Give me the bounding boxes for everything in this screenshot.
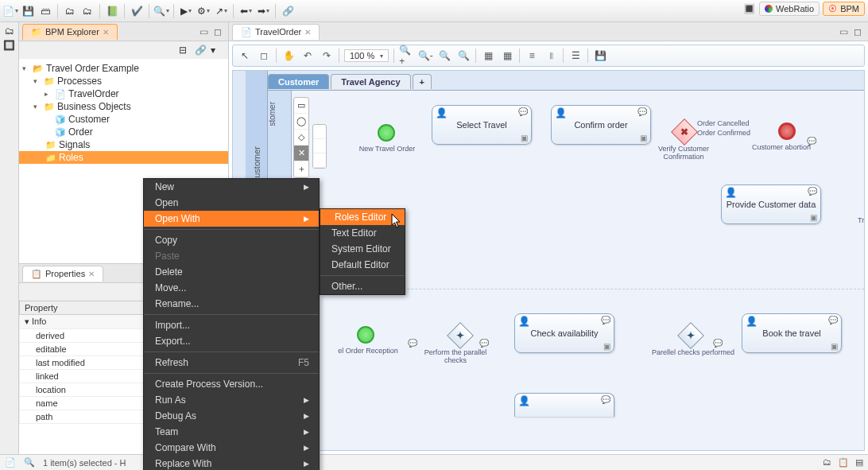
link-editor-icon[interactable]: 🔗 [195, 45, 206, 56]
view-menu-icon[interactable]: ▾ [211, 45, 222, 56]
save-diagram-icon[interactable]: 💾 [593, 49, 607, 63]
tree-processes[interactable]: ▾📁Processes [19, 75, 228, 87]
status-icon-e[interactable]: ▤ [855, 457, 863, 468]
perspective-bpm[interactable]: ⦿BPM [823, 2, 865, 16]
status-icon-c[interactable]: 🗂 [823, 457, 831, 468]
palette-gateway-icon[interactable]: ◇ [294, 130, 308, 146]
tool-a-icon[interactable]: 🗂 [63, 4, 77, 18]
palette-close-icon[interactable]: ✕ [294, 146, 308, 161]
tree-root[interactable]: ▾📂Travel Order Example [19, 62, 228, 75]
menu-copy[interactable]: Copy [144, 232, 319, 248]
outline-icon[interactable]: 🗂 [5, 25, 14, 37]
palette-event-icon[interactable]: ◯ [294, 114, 308, 130]
task-partial[interactable]: 👤 💬 [514, 393, 614, 417]
maximize-icon[interactable]: ◻ [214, 26, 225, 37]
minimize-icon[interactable]: ▭ [200, 26, 211, 37]
menu-refresh[interactable]: RefreshF5 [144, 355, 319, 371]
new-icon[interactable]: 📄▾ [3, 4, 17, 18]
overview-icon[interactable]: 🔲 [3, 40, 15, 51]
ext-dd-icon[interactable]: ↗▾ [214, 4, 228, 18]
menu-rename[interactable]: Rename... [144, 296, 319, 312]
close-icon[interactable]: ✕ [103, 28, 109, 37]
zoom-out-icon[interactable]: 🔍- [418, 49, 432, 63]
menu-run-as[interactable]: Run As▶ [144, 392, 319, 408]
tab-agency-pool[interactable]: Travel Agency [331, 74, 410, 89]
run-icon[interactable]: ▶▾ [179, 4, 193, 18]
menu-replace-with[interactable]: Replace With▶ [144, 456, 319, 470]
find-icon[interactable]: 🔍▾ [154, 4, 169, 18]
undo-icon[interactable]: ↶ [300, 49, 315, 63]
align-icon[interactable]: ≡ [525, 49, 539, 63]
task-select-travel[interactable]: 👤 💬 ▣ Select Travel [432, 105, 532, 145]
save-all-icon[interactable]: 🗃 [38, 4, 52, 18]
palette-task-icon[interactable]: ▭ [294, 98, 308, 114]
note-icon[interactable]: 💬 [713, 339, 723, 348]
tree-signals[interactable]: 📁Signals [19, 138, 228, 151]
close-icon[interactable]: ✕ [88, 270, 95, 278]
gateway-parallel-2[interactable]: ✦ [677, 322, 704, 349]
zoom-input[interactable]: 100 %▾ [344, 49, 389, 62]
col-property[interactable]: Property [20, 301, 146, 315]
mini-palette[interactable] [312, 124, 327, 169]
start-event[interactable] [378, 124, 395, 142]
tab-add-pool[interactable]: + [413, 74, 432, 89]
menu-export[interactable]: Export... [144, 333, 319, 349]
tab-bpm-explorer[interactable]: 📁 BPM Explorer ✕ [22, 24, 118, 40]
menu-import[interactable]: Import... [144, 317, 319, 333]
collapse-all-icon[interactable]: ⊟ [179, 45, 190, 56]
status-icon-a[interactable]: 📄 [5, 457, 16, 468]
open-perspective-icon[interactable]: 🔳 [742, 2, 756, 16]
tree-travelorder[interactable]: ▸📄TravelOrder [19, 87, 228, 100]
zoom-fit-icon[interactable]: 🔍 [437, 49, 451, 63]
task-provide-data[interactable]: 👤 💬 ▣ Provide Customer data [721, 185, 821, 224]
task-check-availability[interactable]: 👤 💬 ▣ Check availability [514, 313, 614, 353]
maximize-icon[interactable]: ◻ [854, 26, 865, 37]
menu-move[interactable]: Move... [144, 280, 319, 296]
start-event-reception[interactable] [357, 326, 374, 344]
minimize-icon[interactable]: ▭ [839, 26, 851, 37]
link-icon[interactable]: 🔗 [281, 4, 295, 18]
submenu-system-editor[interactable]: System Editor [320, 241, 405, 257]
menu-delete[interactable]: Delete [144, 264, 319, 280]
menu-team[interactable]: Team▶ [144, 424, 319, 440]
task-palette[interactable]: ▭ ◯ ◇ ✕ ＋ [293, 97, 309, 178]
debug-dd-icon[interactable]: ⚙▾ [196, 4, 211, 18]
tree-customer[interactable]: 🧊Customer [19, 113, 228, 126]
task-confirm-order[interactable]: 👤 💬 ▣ Confirm order [551, 105, 651, 145]
tab-travelorder-editor[interactable]: 📄 TravelOrder ✕ [232, 24, 320, 40]
distribute-icon[interactable]: ⫴ [544, 49, 558, 63]
snap-icon[interactable]: ▦ [500, 49, 514, 63]
tab-properties[interactable]: 📋 Properties ✕ [22, 266, 103, 282]
menu-debug-as[interactable]: Debug As▶ [144, 408, 319, 424]
menu-compare-with[interactable]: Compare With▶ [144, 440, 319, 456]
save-icon[interactable]: 💾 [21, 4, 35, 18]
menu-open-with[interactable]: Open With▶ [144, 211, 319, 227]
tree-business-objects[interactable]: ▾📁Business Objects [19, 100, 228, 113]
perspective-webratio[interactable]: WebRatio [759, 2, 820, 16]
status-icon-b[interactable]: 🔍 [24, 457, 35, 468]
note-icon[interactable]: 💬 [408, 339, 417, 348]
gateway-verify[interactable]: ✖ [671, 118, 698, 146]
tab-customer-pool[interactable]: Customer [268, 74, 329, 89]
tree-order[interactable]: 🧊Order [19, 126, 228, 138]
marquee-icon[interactable]: ◻ [257, 49, 271, 63]
submenu-other[interactable]: Other... [320, 278, 405, 294]
forward-icon[interactable]: ➡▾ [256, 4, 270, 18]
menu-new[interactable]: New▶ [144, 179, 319, 195]
menu-open[interactable]: Open [144, 195, 319, 211]
pan-icon[interactable]: ✋ [281, 49, 296, 63]
close-icon[interactable]: ✕ [304, 28, 311, 37]
gateway-parallel-1[interactable]: ✦ [447, 322, 474, 349]
generate-icon[interactable]: 📗 [105, 4, 119, 18]
select-tool-icon[interactable]: ↖ [238, 49, 252, 63]
note-icon[interactable]: 💬 [807, 137, 816, 146]
back-icon[interactable]: ⬅▾ [238, 4, 253, 18]
zoom-actual-icon[interactable]: 🔍 [456, 49, 471, 63]
layout-icon[interactable]: ☰ [568, 49, 583, 63]
end-event-abort[interactable] [778, 122, 796, 140]
submenu-default-editor[interactable]: Default Editor [320, 257, 405, 273]
tree-roles[interactable]: 📁Roles [19, 151, 228, 164]
palette-add-icon[interactable]: ＋ [294, 161, 308, 177]
task-book-travel[interactable]: 👤 💬 ▣ Book the travel [742, 313, 842, 353]
grid-icon[interactable]: ▦ [481, 49, 495, 63]
